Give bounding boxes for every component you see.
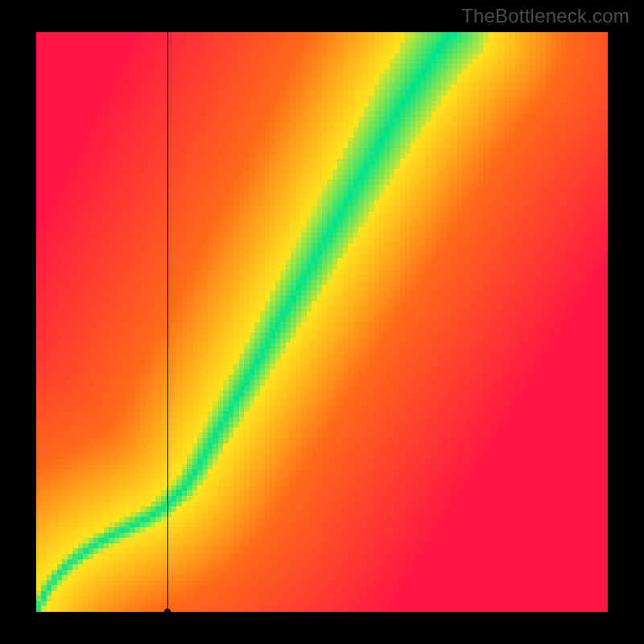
plot-area	[36, 32, 608, 612]
watermark-label: TheBottleneck.com	[461, 5, 630, 27]
marker-vertical-line	[167, 32, 168, 612]
stage: TheBottleneck.com	[0, 0, 644, 644]
marker-dot	[164, 609, 171, 615]
heatmap-canvas	[36, 32, 608, 612]
